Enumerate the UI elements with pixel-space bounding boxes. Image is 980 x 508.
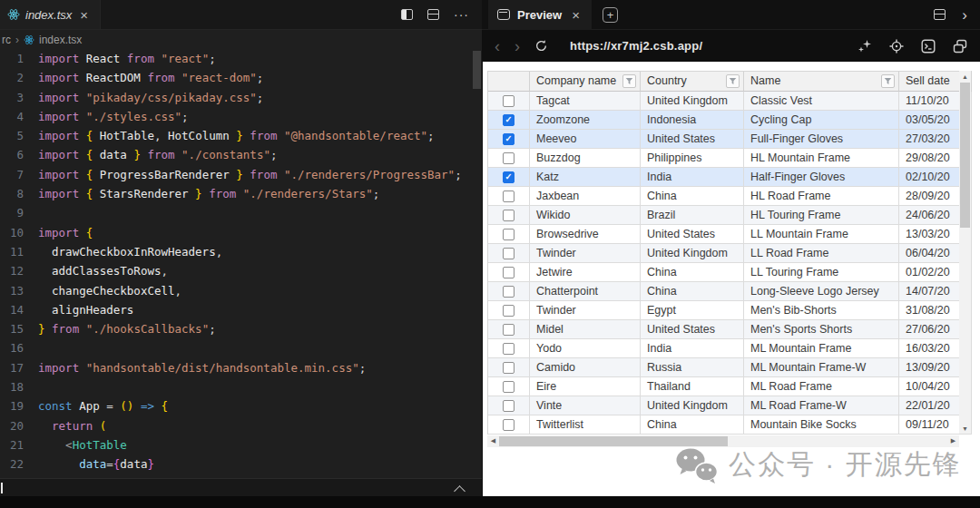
code-line[interactable]: 10import { [0,223,473,242]
cell-company[interactable]: Twinder [530,301,641,320]
more-actions-icon[interactable]: ··· [454,8,469,21]
cell-country[interactable]: China [641,187,744,206]
checkbox-cell[interactable] [488,206,530,225]
column-header[interactable]: Name [744,72,899,92]
checkbox-cell[interactable]: ✓ [488,130,530,149]
cell-name[interactable]: ML Road Frame-W [744,396,899,415]
cell-name[interactable]: ML Mountain Frame-W [744,358,899,377]
url-field[interactable]: https://xr7mj2.csb.app/ [570,39,702,53]
code-line[interactable]: 22 data={data} [0,454,473,474]
code-line[interactable]: 8import { StarsRenderer } from "./render… [0,184,473,203]
cell-name[interactable]: LL Touring Frame [744,263,899,282]
cell-country[interactable]: China [641,282,744,301]
checkbox-cell[interactable] [488,149,530,168]
code-line[interactable]: 1import React from "react"; [0,49,473,68]
checkbox-cell[interactable] [488,244,530,263]
code-editor[interactable]: 1import React from "react";2import React… [0,49,473,478]
checkbox-cell[interactable] [488,339,530,358]
code-line[interactable]: 3import "pikaday/css/pikaday.css"; [0,88,473,107]
checkbox-unchecked[interactable] [503,248,514,259]
collapse-chevron-icon[interactable]: › [962,7,967,23]
filter-dropdown-icon[interactable] [726,74,740,88]
cell-company[interactable]: Jetwire [530,263,641,282]
cell-country[interactable]: Russia [641,358,744,377]
cell-company[interactable]: Meeveo [530,130,641,149]
checkbox-checked[interactable]: ✓ [503,171,514,183]
cell-name[interactable]: ML Mountain Frame [744,339,899,358]
checkbox-unchecked[interactable] [503,152,514,164]
cell-name[interactable]: Long-Sleeve Logo Jersey [744,282,899,301]
vertical-scrollbar[interactable]: ▲ ▼ [959,71,971,434]
code-line-content[interactable]: import { data } from "./constants"; [38,145,473,164]
cell-name[interactable]: LL Mountain Frame [744,225,899,244]
split-editor-icon[interactable] [427,9,439,20]
cell-company[interactable]: Zoomzone [530,111,641,130]
cell-name[interactable]: HL Road Frame [744,187,899,206]
cell-name[interactable]: Half-Finger Gloves [744,168,899,187]
checkbox-cell[interactable] [488,187,530,206]
checkbox-cell[interactable]: ✓ [488,111,530,130]
cell-name[interactable]: Cycling Cap [744,111,899,130]
scroll-left-arrow-icon[interactable]: ◀ [487,435,499,446]
checkbox-checked[interactable]: ✓ [503,133,514,145]
code-line[interactable]: 9 [0,203,473,222]
checkbox-unchecked[interactable] [503,305,514,317]
console-icon[interactable] [921,39,936,54]
cell-country[interactable]: United Kingdom [641,92,744,111]
checkbox-cell[interactable] [488,358,530,377]
cell-name[interactable]: HL Touring Frame [744,206,899,225]
checkbox-unchecked[interactable] [503,343,514,355]
split-preview-icon[interactable] [934,9,946,20]
checkbox-cell[interactable] [488,377,530,396]
cell-name[interactable]: LL Road Frame [744,244,899,263]
code-line-content[interactable]: import "pikaday/css/pikaday.css"; [38,88,473,107]
code-line-content[interactable]: import "./styles.css"; [38,107,473,126]
checkbox-cell[interactable] [488,282,530,301]
checkbox-unchecked[interactable] [503,190,514,202]
tab-index-tsx[interactable]: index.tsx × [0,0,101,29]
code-line-content[interactable]: <HotTable [38,435,473,454]
code-line[interactable]: 16 [0,338,473,357]
cell-company[interactable]: Vinte [530,396,641,415]
code-line-content[interactable]: import ReactDOM from "react-dom"; [38,68,473,87]
cell-country[interactable]: India [641,339,744,358]
cell-company[interactable]: Browsedrive [530,225,641,244]
checkbox-cell[interactable] [488,415,530,435]
new-tab-button[interactable]: + [603,7,618,23]
code-line[interactable]: 11 drawCheckboxInRowHeaders, [0,242,473,261]
cell-name[interactable]: Classic Vest [744,92,899,111]
checkbox-unchecked[interactable] [503,400,514,412]
cell-country[interactable]: United States [641,130,744,149]
code-line-content[interactable]: changeCheckboxCell, [38,281,473,300]
cell-company[interactable]: Camido [530,358,641,377]
checkbox-cell[interactable] [488,320,530,339]
code-line-content[interactable]: import "handsontable/dist/handsontable.m… [38,358,473,377]
cell-country[interactable]: China [641,415,744,435]
code-line[interactable]: 14 alignHeaders [0,300,473,319]
vertical-scrollbar-thumb[interactable] [960,83,970,228]
checkbox-unchecked[interactable] [503,267,514,278]
cell-country[interactable]: Egypt [641,301,744,320]
open-in-new-window-icon[interactable] [953,39,967,54]
cell-country[interactable]: United Kingdom [641,396,744,415]
breadcrumb-file[interactable]: index.tsx [39,34,82,46]
cell-name[interactable]: Men's Sports Shorts [744,320,899,339]
cell-name[interactable]: Men's Bib-Shorts [744,301,899,320]
panel-expand-chevron-icon[interactable] [454,485,466,497]
code-line[interactable]: 19const App = () => { [0,396,473,415]
code-line-content[interactable] [38,377,473,396]
toggle-sidebar-icon[interactable] [401,9,413,20]
nav-back-icon[interactable]: ‹ [495,38,500,54]
cell-company[interactable]: Buzzdog [530,149,641,168]
checkbox-unchecked[interactable] [503,210,514,221]
code-line-content[interactable]: data={data} [38,454,473,474]
cell-name[interactable]: ML Road Frame [744,377,899,396]
code-line[interactable]: 13 changeCheckboxCell, [0,281,473,300]
cell-country[interactable]: Philippines [641,149,744,168]
horizontal-scrollbar-thumb[interactable] [499,436,728,446]
code-line-content[interactable]: return ( [38,416,473,435]
cell-country[interactable]: United Kingdom [641,244,744,263]
checkbox-checked[interactable]: ✓ [503,114,514,126]
code-line[interactable]: 21 <HotTable [0,435,473,454]
cell-company[interactable]: Wikido [530,206,641,225]
